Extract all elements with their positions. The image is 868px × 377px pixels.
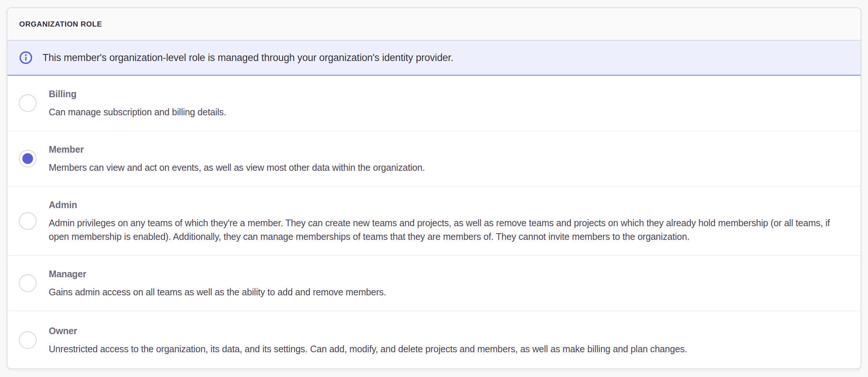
role-label: Billing <box>49 87 842 101</box>
radio-button[interactable] <box>19 212 37 230</box>
role-label: Owner <box>49 324 842 338</box>
role-option-row-owner[interactable]: Owner Unrestricted access to the organiz… <box>7 311 861 368</box>
role-description: Unrestricted access to the organization,… <box>49 342 842 356</box>
role-text: Member Members can view and act on event… <box>49 143 842 174</box>
role-option-row-admin[interactable]: Admin Admin privileges on any teams of w… <box>7 187 861 256</box>
role-label: Manager <box>49 267 842 281</box>
info-banner: This member's organization-level role is… <box>7 41 861 76</box>
info-icon <box>19 51 33 64</box>
role-text: Admin Admin privileges on any teams of w… <box>49 198 842 244</box>
role-description: Admin privileges on any teams of which t… <box>49 216 842 244</box>
role-label: Member <box>49 143 842 156</box>
panel-header: ORGANIZATION ROLE <box>7 8 861 41</box>
role-description: Members can view and act on events, as w… <box>49 161 842 174</box>
role-option-row-member[interactable]: Member Members can view and act on event… <box>7 131 861 187</box>
organization-role-panel: ORGANIZATION ROLE This member's organiza… <box>7 7 861 369</box>
radio-button[interactable] <box>19 274 37 292</box>
role-option-row-manager[interactable]: Manager Gains admin access on all teams … <box>7 256 861 311</box>
role-text: Owner Unrestricted access to the organiz… <box>49 324 842 356</box>
panel-title: ORGANIZATION ROLE <box>19 20 102 28</box>
radio-button[interactable] <box>19 150 37 167</box>
role-options-list: Billing Can manage subscription and bill… <box>7 76 861 368</box>
role-text: Manager Gains admin access on all teams … <box>49 267 842 299</box>
info-banner-text: This member's organization-level role is… <box>42 52 453 64</box>
role-description: Can manage subscription and billing deta… <box>49 105 842 119</box>
role-description: Gains admin access on all teams as well … <box>49 285 842 299</box>
role-label: Admin <box>49 198 842 212</box>
role-option-row-billing[interactable]: Billing Can manage subscription and bill… <box>7 76 861 131</box>
radio-button[interactable] <box>19 331 37 349</box>
radio-button[interactable] <box>19 94 37 112</box>
role-text: Billing Can manage subscription and bill… <box>49 87 842 119</box>
